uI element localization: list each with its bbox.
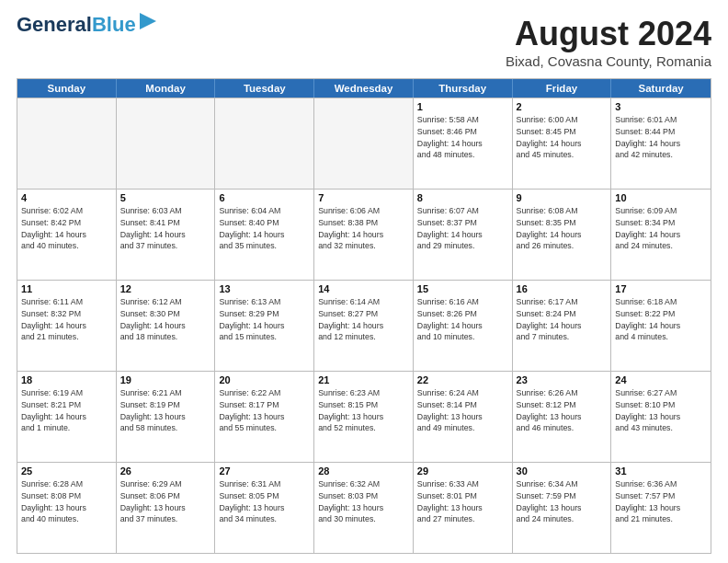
day-number: 7 bbox=[318, 192, 409, 203]
cal-header-thursday: Thursday bbox=[414, 79, 513, 98]
cal-cell: 17Sunrise: 6:18 AM Sunset: 8:22 PM Dayli… bbox=[611, 281, 711, 371]
cal-cell: 28Sunrise: 6:32 AM Sunset: 8:03 PM Dayli… bbox=[314, 463, 414, 553]
day-number: 17 bbox=[615, 283, 707, 294]
cal-cell: 1Sunrise: 5:58 AM Sunset: 8:46 PM Daylig… bbox=[414, 98, 513, 189]
calendar-body: 1Sunrise: 5:58 AM Sunset: 8:46 PM Daylig… bbox=[17, 98, 711, 553]
day-number: 25 bbox=[21, 465, 112, 477]
cal-cell: 14Sunrise: 6:14 AM Sunset: 8:27 PM Dayli… bbox=[314, 281, 414, 371]
cal-cell: 29Sunrise: 6:33 AM Sunset: 8:01 PM Dayli… bbox=[414, 463, 513, 553]
page: GeneralBlue August 2024 Bixad, Covasna C… bbox=[0, 0, 728, 563]
cal-cell: 8Sunrise: 6:07 AM Sunset: 8:37 PM Daylig… bbox=[414, 190, 513, 280]
cal-cell: 18Sunrise: 6:19 AM Sunset: 8:21 PM Dayli… bbox=[17, 372, 117, 462]
cal-cell: 13Sunrise: 6:13 AM Sunset: 8:29 PM Dayli… bbox=[215, 281, 314, 371]
cal-cell bbox=[314, 98, 414, 189]
day-number: 1 bbox=[417, 101, 508, 112]
cal-cell: 23Sunrise: 6:26 AM Sunset: 8:12 PM Dayli… bbox=[513, 372, 612, 462]
cal-cell bbox=[215, 98, 314, 189]
cell-detail: Sunrise: 6:18 AM Sunset: 8:22 PM Dayligh… bbox=[615, 296, 707, 343]
cell-detail: Sunrise: 6:22 AM Sunset: 8:17 PM Dayligh… bbox=[219, 387, 310, 434]
day-number: 8 bbox=[417, 192, 508, 203]
cal-cell: 30Sunrise: 6:34 AM Sunset: 7:59 PM Dayli… bbox=[513, 463, 612, 553]
cal-cell: 16Sunrise: 6:17 AM Sunset: 8:24 PM Dayli… bbox=[513, 281, 612, 371]
day-number: 6 bbox=[219, 192, 310, 203]
cell-detail: Sunrise: 6:23 AM Sunset: 8:15 PM Dayligh… bbox=[318, 387, 409, 434]
cal-cell: 5Sunrise: 6:03 AM Sunset: 8:41 PM Daylig… bbox=[117, 190, 216, 280]
cell-detail: Sunrise: 6:19 AM Sunset: 8:21 PM Dayligh… bbox=[21, 387, 112, 434]
cell-detail: Sunrise: 6:21 AM Sunset: 8:19 PM Dayligh… bbox=[120, 387, 211, 434]
day-number: 26 bbox=[120, 465, 211, 477]
cell-detail: Sunrise: 6:09 AM Sunset: 8:34 PM Dayligh… bbox=[615, 205, 707, 252]
cell-detail: Sunrise: 6:14 AM Sunset: 8:27 PM Dayligh… bbox=[318, 296, 409, 343]
day-number: 9 bbox=[517, 192, 608, 203]
cell-detail: Sunrise: 6:08 AM Sunset: 8:35 PM Dayligh… bbox=[517, 205, 608, 252]
cal-cell: 11Sunrise: 6:11 AM Sunset: 8:32 PM Dayli… bbox=[17, 281, 117, 371]
day-number: 15 bbox=[417, 283, 508, 294]
cal-cell: 26Sunrise: 6:29 AM Sunset: 8:06 PM Dayli… bbox=[117, 463, 216, 553]
cal-cell: 15Sunrise: 6:16 AM Sunset: 8:26 PM Dayli… bbox=[414, 281, 513, 371]
cell-detail: Sunrise: 6:34 AM Sunset: 7:59 PM Dayligh… bbox=[517, 478, 608, 525]
day-number: 13 bbox=[219, 283, 310, 294]
cal-header-monday: Monday bbox=[117, 79, 216, 98]
cal-week-4: 18Sunrise: 6:19 AM Sunset: 8:21 PM Dayli… bbox=[17, 371, 711, 462]
cell-detail: Sunrise: 6:28 AM Sunset: 8:08 PM Dayligh… bbox=[21, 478, 112, 525]
day-number: 19 bbox=[120, 374, 211, 385]
cal-cell: 31Sunrise: 6:36 AM Sunset: 7:57 PM Dayli… bbox=[611, 463, 711, 553]
cal-cell: 2Sunrise: 6:00 AM Sunset: 8:45 PM Daylig… bbox=[513, 98, 612, 189]
cal-week-2: 4Sunrise: 6:02 AM Sunset: 8:42 PM Daylig… bbox=[17, 189, 711, 280]
cal-header-wednesday: Wednesday bbox=[314, 79, 414, 98]
cell-detail: Sunrise: 6:16 AM Sunset: 8:26 PM Dayligh… bbox=[417, 296, 508, 343]
cell-detail: Sunrise: 6:06 AM Sunset: 8:38 PM Dayligh… bbox=[318, 205, 409, 252]
cal-cell: 27Sunrise: 6:31 AM Sunset: 8:05 PM Dayli… bbox=[215, 463, 314, 553]
cal-week-1: 1Sunrise: 5:58 AM Sunset: 8:46 PM Daylig… bbox=[17, 98, 711, 189]
cell-detail: Sunrise: 6:03 AM Sunset: 8:41 PM Dayligh… bbox=[120, 205, 211, 252]
day-number: 2 bbox=[517, 101, 608, 112]
day-number: 30 bbox=[517, 465, 608, 477]
svg-marker-0 bbox=[140, 13, 156, 29]
cell-detail: Sunrise: 6:32 AM Sunset: 8:03 PM Dayligh… bbox=[318, 478, 409, 525]
cell-detail: Sunrise: 6:26 AM Sunset: 8:12 PM Dayligh… bbox=[517, 387, 608, 434]
page-title: August 2024 bbox=[506, 15, 711, 53]
day-number: 23 bbox=[517, 374, 608, 385]
cal-cell: 10Sunrise: 6:09 AM Sunset: 8:34 PM Dayli… bbox=[611, 190, 711, 280]
day-number: 3 bbox=[615, 101, 707, 112]
day-number: 27 bbox=[219, 465, 310, 477]
cal-cell: 12Sunrise: 6:12 AM Sunset: 8:30 PM Dayli… bbox=[117, 281, 216, 371]
cell-detail: Sunrise: 6:07 AM Sunset: 8:37 PM Dayligh… bbox=[417, 205, 508, 252]
logo-arrow-icon bbox=[140, 13, 156, 29]
day-number: 21 bbox=[318, 374, 409, 385]
logo: GeneralBlue bbox=[17, 15, 156, 35]
cell-detail: Sunrise: 6:11 AM Sunset: 8:32 PM Dayligh… bbox=[21, 296, 112, 343]
day-number: 20 bbox=[219, 374, 310, 385]
header: GeneralBlue August 2024 Bixad, Covasna C… bbox=[17, 15, 711, 69]
cell-detail: Sunrise: 6:00 AM Sunset: 8:45 PM Dayligh… bbox=[517, 114, 608, 161]
day-number: 5 bbox=[120, 192, 211, 203]
cal-cell bbox=[117, 98, 216, 189]
cell-detail: Sunrise: 6:33 AM Sunset: 8:01 PM Dayligh… bbox=[417, 478, 508, 525]
day-number: 14 bbox=[318, 283, 409, 294]
day-number: 4 bbox=[21, 192, 112, 203]
cal-cell: 4Sunrise: 6:02 AM Sunset: 8:42 PM Daylig… bbox=[17, 190, 117, 280]
cell-detail: Sunrise: 6:27 AM Sunset: 8:10 PM Dayligh… bbox=[615, 387, 707, 434]
cell-detail: Sunrise: 6:12 AM Sunset: 8:30 PM Dayligh… bbox=[120, 296, 211, 343]
title-block: August 2024 Bixad, Covasna County, Roman… bbox=[506, 15, 711, 69]
cal-cell: 19Sunrise: 6:21 AM Sunset: 8:19 PM Dayli… bbox=[117, 372, 216, 462]
cal-cell: 21Sunrise: 6:23 AM Sunset: 8:15 PM Dayli… bbox=[314, 372, 414, 462]
cal-header-friday: Friday bbox=[513, 79, 612, 98]
logo-text: GeneralBlue bbox=[17, 15, 136, 35]
cal-cell bbox=[17, 98, 117, 189]
cal-cell: 22Sunrise: 6:24 AM Sunset: 8:14 PM Dayli… bbox=[414, 372, 513, 462]
day-number: 12 bbox=[120, 283, 211, 294]
day-number: 24 bbox=[615, 374, 707, 385]
day-number: 11 bbox=[21, 283, 112, 294]
cal-cell: 20Sunrise: 6:22 AM Sunset: 8:17 PM Dayli… bbox=[215, 372, 314, 462]
calendar: SundayMondayTuesdayWednesdayThursdayFrid… bbox=[17, 78, 711, 554]
cell-detail: Sunrise: 6:02 AM Sunset: 8:42 PM Dayligh… bbox=[21, 205, 112, 252]
cal-cell: 24Sunrise: 6:27 AM Sunset: 8:10 PM Dayli… bbox=[611, 372, 711, 462]
cal-cell: 9Sunrise: 6:08 AM Sunset: 8:35 PM Daylig… bbox=[513, 190, 612, 280]
cal-header-saturday: Saturday bbox=[611, 79, 711, 98]
cell-detail: Sunrise: 5:58 AM Sunset: 8:46 PM Dayligh… bbox=[417, 114, 508, 161]
cell-detail: Sunrise: 6:01 AM Sunset: 8:44 PM Dayligh… bbox=[615, 114, 707, 161]
day-number: 10 bbox=[615, 192, 707, 203]
cell-detail: Sunrise: 6:36 AM Sunset: 7:57 PM Dayligh… bbox=[615, 478, 707, 525]
calendar-header: SundayMondayTuesdayWednesdayThursdayFrid… bbox=[17, 79, 711, 98]
